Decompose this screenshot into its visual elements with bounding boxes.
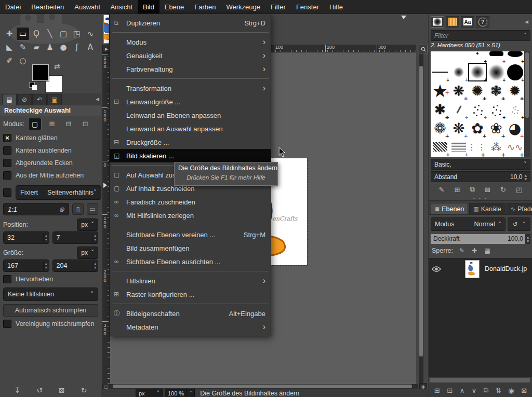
text-tool-icon[interactable]: A [84,40,97,54]
reset-tool-options-button[interactable]: ↻ [81,386,87,394]
menubar-item-datei[interactable]: Datei [0,0,26,13]
menu-item-bild-skalieren[interactable]: ◱ Bild skalieren ... › [110,149,271,162]
new-layer-group-button[interactable]: ⊡ [447,387,453,394]
brush-swatch-cell-4[interactable]: ◕ [506,119,524,138]
brushes-tab[interactable] [431,16,444,28]
statusbar-zoom-value[interactable]: 100 % [165,389,187,397]
checkbox-icon[interactable] [3,146,11,155]
smudge-tool-icon[interactable]: ● [57,40,70,54]
foreground-color-swatch[interactable] [32,64,49,81]
menubar-item-filter[interactable]: Filter [265,0,291,13]
fonts-tab[interactable]: Aa [461,16,474,28]
clone-tool-icon[interactable]: ♟ [43,40,57,54]
unified-transform-tool-icon[interactable]: ◳ [70,27,84,40]
undo-history-tab[interactable]: ↶ [32,94,47,105]
paintbrush-tool-icon[interactable]: ✎ [16,40,30,54]
dock-splitter-handle[interactable]: • • • [429,196,532,201]
menu-item-bildeigenschaften[interactable]: ⓘ Bildeigenschaften Alt+Eingabe › [110,307,271,320]
menubar-item-fenster[interactable]: Fenster [291,0,324,13]
brush-swatch-star[interactable]: ★ [431,81,449,100]
brush-swatch-hardness-075[interactable] [487,63,506,81]
auto-shrink-button[interactable]: Automatisch schrumpfen [3,304,98,317]
checkbox-icon[interactable] [3,159,11,167]
swap-colors-icon[interactable]: ⇄ [54,62,60,71]
selection-mode-replace-button[interactable]: ▢ [28,118,42,130]
fixed-checkbox[interactable] [3,188,11,197]
bucket-fill-tool-icon[interactable]: ◣ [3,40,16,54]
horizontal-scrollbar[interactable] [110,384,418,389]
edit-brush-button[interactable]: ✎ [439,186,445,194]
brush-swatch-line[interactable] [431,63,449,81]
brush-swatch-cell-2[interactable]: ✿ [468,119,487,138]
menu-item-leinwand-an-auswahl[interactable]: Leinwand an Auswahl anpassen › [110,122,271,135]
menubar-item-farben[interactable]: Farben [189,0,221,13]
menubar-item-hilfe[interactable]: Hilfe [324,0,348,13]
spinner-arrows-icon[interactable]: ▴▾ [92,262,98,270]
lock-position-icon[interactable]: ✚ [472,247,477,254]
ratio-input[interactable]: 1:1 ⊗ [3,203,69,215]
brush-swatch-pixel[interactable] [468,51,487,63]
menubar-item-werkzeuge[interactable]: Werkzeuge [221,0,266,13]
statusbar-unit-select[interactable]: px ˅ [136,389,163,397]
guides-select[interactable]: Keine Hilfslinien ˅ [3,288,98,301]
eraser-tool-icon[interactable]: ▰ [30,40,43,54]
menu-item-farbverwaltung[interactable]: Farbverwaltung › [110,62,271,76]
spinner-arrows-icon[interactable]: ▲▼ [525,234,530,244]
brush-swatch-cell-1[interactable]: ❋ [449,119,468,138]
brush-swatch-hardness-025[interactable] [449,63,468,81]
lock-alpha-icon[interactable]: ▦ [484,247,490,254]
scrollbar-thumb[interactable] [430,378,530,382]
menu-item-metadaten[interactable]: Metadaten › [110,320,271,334]
layer-list-scrollbar[interactable] [430,377,531,384]
fixed-select[interactable]: Fixiert Seitenverhältnis ˅ [16,185,101,200]
menu-item-modus[interactable]: Modus › [110,35,271,49]
size-unit-select[interactable]: px ˅ [77,247,98,259]
duplicate-layer-button[interactable]: ⧉ [484,386,488,394]
new-brush-button[interactable]: ⊞ [455,186,460,194]
portrait-icon[interactable]: ▯ [72,203,84,215]
layer-thumbnail[interactable] [465,260,480,278]
menu-separator[interactable]: › [110,76,271,81]
fuzzy-select-tool-icon[interactable]: ╲ [43,27,57,40]
brush-swatch-acrylic-5[interactable]: ✱ [431,100,449,119]
brush-swatch-confetti-3[interactable] [506,100,524,119]
highlight-checkbox[interactable]: Hervorheben [3,273,98,285]
move-tool-icon[interactable]: ✚ [3,27,16,40]
checkbox-icon[interactable] [3,171,11,180]
spinner-arrows-icon[interactable]: ▲▼ [524,173,527,181]
menu-separator[interactable]: › [110,30,271,35]
refresh-brushes-button[interactable]: ↻ [500,186,506,194]
clear-icon[interactable]: ⊗ [59,206,64,213]
brush-swatch-hardness-050[interactable] [468,63,487,81]
menubar-item-ansicht[interactable]: Ansicht [105,0,138,13]
save-tool-preset-button[interactable]: ↧ [15,386,21,394]
warp-tool-icon[interactable]: ∿ [84,27,97,40]
menu-item-druckgroesse[interactable]: ⊟ Druckgröße ... › [110,135,271,149]
layer-row-donaldduck[interactable]: DonaldDuck.jp [429,258,532,279]
menu-separator[interactable]: › [110,222,271,228]
brush-spacing-slider[interactable]: Abstand 10,0 ▲▼ [431,171,530,182]
feather-edges-checkbox[interactable]: Kanten ausblenden [3,144,98,157]
collapse-dock-icon[interactable]: ◀ [96,97,99,102]
menubar-item-bearbeiten[interactable]: Bearbeiten [26,0,69,13]
brush-swatch-burlap[interactable] [431,138,449,156]
menu-item-leinwand-an-ebenen[interactable]: Leinwand an Ebenen anpassen › [110,108,271,122]
merge-layer-button[interactable]: ⇅ [496,387,501,394]
checkbox-icon[interactable] [3,134,11,142]
brush-swatch-sketch[interactable]: ∿∿ [506,138,524,156]
scrollbar-thumb[interactable] [525,52,529,118]
menu-item-sichtbare-ebenen-ausrichten[interactable]: ∞ Sichtbare Ebenen ausrichten ... › [110,255,271,268]
position-y-input[interactable]: 7 ▴▾ [52,231,99,244]
delete-brush-button[interactable]: ⊠ [485,186,490,194]
brush-swatch-confetti-2[interactable] [487,100,506,119]
tool-options-tab[interactable]: ▤ [2,94,17,105]
brush-swatch-texture-1[interactable]: ❁ [431,119,449,138]
spinner-arrows-icon[interactable]: ▴▾ [92,234,98,242]
size-width-input[interactable]: 167 ▴▾ [3,259,49,272]
document-history-tab[interactable]: ? [476,16,489,28]
paths-tool-icon[interactable]: ʃ [70,40,84,54]
patterns-tab[interactable] [446,16,459,28]
brush-filter-input[interactable]: Filter ˅ [431,30,530,41]
brush-swatch-ellipse[interactable] [506,51,524,63]
brush-swatch-hardness-100[interactable] [506,63,524,81]
